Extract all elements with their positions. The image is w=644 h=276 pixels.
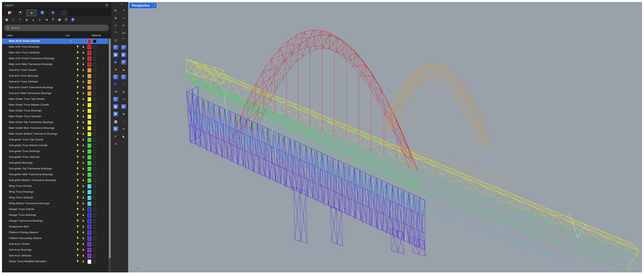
array-columns-tool-icon[interactable]: Ⅲ — [120, 110, 128, 118]
layer-lock-icon[interactable] — [82, 92, 84, 94]
panel-settings-gear-icon[interactable]: ⚙ — [106, 4, 108, 7]
layer-lock-icon[interactable] — [82, 98, 84, 100]
layer-material-circle[interactable] — [93, 156, 96, 159]
layer-row[interactable]: Sub-girder Top Transverse Bracings — [2, 166, 108, 172]
layer-material-circle[interactable] — [93, 121, 96, 124]
layer-visibility-bulb-icon[interactable] — [76, 98, 79, 100]
layer-visibility-bulb-icon[interactable] — [76, 132, 79, 135]
layer-color-swatch[interactable] — [88, 161, 91, 165]
layer-row[interactable]: Sub-girder Bottom Transverse Bracings — [2, 178, 108, 184]
layer-color-swatch[interactable] — [88, 51, 91, 55]
layer-color-swatch[interactable] — [88, 39, 91, 44]
new-layer-button[interactable]: ▣ — [4, 17, 9, 22]
layer-visibility-bulb-icon[interactable] — [76, 144, 79, 147]
layer-lock-icon[interactable] — [82, 109, 84, 112]
layer-color-swatch[interactable] — [88, 62, 91, 66]
sphere-tool-icon[interactable]: ● — [112, 58, 120, 66]
layer-row[interactable]: Main Arch Truss Veriticals — [2, 50, 108, 56]
layer-visibility-bulb-icon[interactable] — [76, 225, 79, 228]
layer-visibility-bulb-icon[interactable] — [76, 190, 79, 193]
layer-visibility-bulb-icon[interactable] — [76, 86, 79, 89]
layer-lock-icon[interactable] — [82, 196, 84, 199]
toolbar-grip-dots[interactable]: ···· — [116, 3, 120, 6]
filter-button[interactable] — [50, 17, 56, 22]
layer-row[interactable]: Sub-arch Web Transverse Bracings — [2, 90, 108, 96]
layer-lock-icon[interactable] — [82, 80, 84, 83]
layer-visibility-bulb-icon[interactable] — [76, 260, 79, 263]
layer-material-circle[interactable] — [93, 162, 96, 165]
collapse-button[interactable]: ◀ — [44, 17, 49, 22]
layer-material-circle[interactable] — [93, 68, 96, 72]
rotate-tool-icon[interactable]: ↷ — [112, 88, 120, 96]
layer-material-circle[interactable] — [93, 74, 96, 78]
materials-tab[interactable] — [37, 10, 47, 16]
viewport-tab-label[interactable]: Perspective — [129, 3, 152, 8]
layer-color-swatch[interactable] — [88, 213, 91, 218]
layer-color-swatch[interactable] — [88, 167, 91, 171]
layer-material-circle[interactable] — [93, 104, 96, 107]
layer-color-swatch[interactable] — [88, 138, 91, 142]
layer-color-swatch[interactable] — [88, 150, 91, 154]
layer-material-circle[interactable] — [93, 86, 96, 90]
layer-color-swatch[interactable] — [88, 114, 91, 119]
layer-color-swatch[interactable] — [88, 208, 91, 212]
layer-row[interactable]: Sub-girder Bracings — [2, 160, 108, 166]
polyline-tool-icon[interactable]: ∧ — [112, 14, 120, 22]
layer-material-circle[interactable] — [93, 126, 96, 130]
layer-color-swatch[interactable] — [88, 190, 91, 194]
layer-row[interactable]: Main Girder Truss Bottom Chords — [2, 102, 108, 108]
layer-color-swatch[interactable] — [88, 144, 91, 148]
control-point-curve-tool-icon[interactable]: ∼ — [120, 14, 128, 22]
layer-lock-icon[interactable] — [82, 132, 84, 135]
layer-row[interactable]: Wing Truss Verticals — [2, 195, 108, 201]
layer-color-swatch[interactable] — [88, 103, 91, 107]
layer-visibility-bulb-icon[interactable] — [76, 173, 79, 176]
layer-row[interactable]: Main Girder Top Transverse Bracings — [2, 120, 108, 126]
layer-search-box[interactable] — [4, 24, 109, 31]
layer-material-circle[interactable] — [93, 138, 96, 142]
mesh-tool-icon[interactable]: ✽ — [112, 110, 120, 118]
layer-material-circle[interactable] — [93, 225, 96, 228]
layer-visibility-bulb-icon[interactable] — [76, 45, 79, 48]
layer-lock-icon[interactable] — [82, 248, 84, 251]
layer-material-circle[interactable] — [93, 167, 96, 170]
layer-material-circle[interactable] — [93, 109, 96, 112]
move-up-button[interactable]: ▲ — [31, 17, 36, 22]
layer-lock-icon[interactable] — [82, 219, 84, 222]
layer-visibility-bulb-icon[interactable] — [76, 120, 79, 124]
display-tab[interactable] — [16, 10, 26, 16]
shear-tool-icon[interactable]: ▰ — [120, 103, 128, 110]
perspective-viewport[interactable]: Perspective ▾ z — [128, 2, 642, 272]
layer-lock-icon[interactable] — [82, 214, 84, 216]
layer-visibility-bulb-icon[interactable] — [76, 231, 79, 234]
layer-row[interactable]: Main Girder Truss Verticals — [2, 114, 108, 120]
layer-row[interactable]: Main Arch Chord Transverse Bracings — [2, 56, 108, 62]
layer-row[interactable]: Wing Bottom Transverse Bracings — [2, 201, 108, 206]
layer-lock-icon[interactable] — [82, 202, 84, 205]
layer-color-swatch[interactable] — [88, 86, 91, 90]
layer-row[interactable]: Hanger Transverse Bracings — [2, 218, 108, 224]
layer-material-circle[interactable] — [93, 208, 96, 211]
patch-surface-tool-icon[interactable]: ✦ — [120, 58, 128, 66]
layer-row[interactable]: Sub-girder Web Transverse Bracings — [2, 172, 108, 178]
layer-material-circle[interactable] — [93, 144, 96, 148]
layer-color-swatch[interactable] — [88, 242, 91, 246]
box-tool-icon[interactable]: ▣ — [112, 51, 120, 58]
layer-color-swatch[interactable] — [88, 178, 91, 182]
layer-material-circle[interactable] — [93, 92, 96, 95]
layer-material-circle[interactable] — [93, 190, 96, 194]
layer-row[interactable]: Hanger Truss Bracings — [2, 212, 108, 218]
list-view-button[interactable]: ☰ — [64, 17, 68, 22]
layer-visibility-bulb-icon[interactable] — [76, 115, 79, 118]
layer-row[interactable]: Sub-truss Chords — [2, 242, 108, 247]
layer-visibility-bulb-icon[interactable] — [76, 80, 79, 83]
layer-material-circle[interactable] — [93, 231, 96, 234]
layer-lock-icon[interactable] — [82, 161, 84, 164]
layer-lock-icon[interactable] — [82, 120, 84, 124]
layer-row[interactable]: Hanger Truss Chords — [2, 206, 108, 212]
layer-row[interactable]: Sub-arch Truss Bracings — [2, 73, 108, 79]
check-tool-icon[interactable]: ✓ — [112, 132, 120, 140]
layer-row[interactable]: Sub-arch Truss Verticals — [2, 79, 108, 85]
toolbar-settings-gear-icon[interactable]: ⚙ — [121, 3, 123, 6]
layer-visibility-bulb-icon[interactable] — [76, 167, 79, 170]
